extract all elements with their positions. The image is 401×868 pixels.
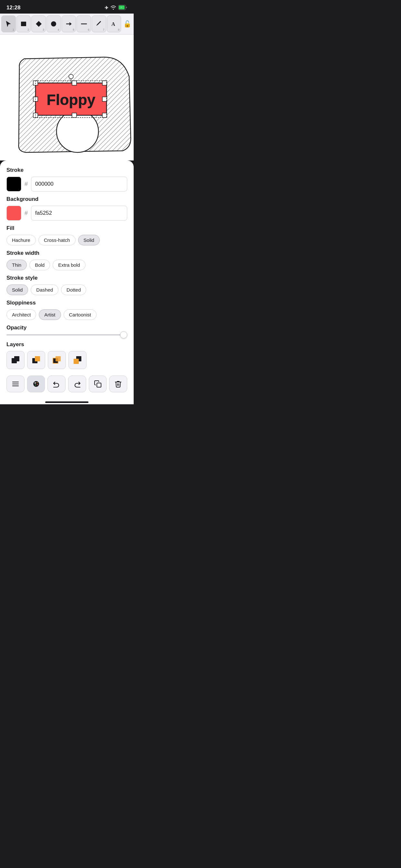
stroke-style-solid[interactable]: Solid (6, 284, 28, 295)
fill-solid[interactable]: Solid (78, 235, 100, 245)
undo-button[interactable] (48, 376, 66, 392)
stroke-width-options: Thin Bold Extra bold (6, 259, 127, 270)
stroke-color-swatch[interactable] (6, 177, 21, 191)
svg-point-19 (69, 74, 73, 79)
sloppiness-label: Sloppiness (6, 300, 127, 306)
tool-num-6: 6 (88, 28, 89, 31)
stroke-style-label: Stroke style (6, 275, 127, 281)
canvas-area[interactable]: Floppy (0, 35, 134, 160)
svg-rect-25 (35, 356, 40, 361)
tool-num-7: 7 (103, 28, 104, 31)
stroke-style-dotted[interactable]: Dotted (61, 284, 86, 295)
svg-point-8 (57, 111, 98, 152)
style-button[interactable] (27, 376, 45, 392)
svg-rect-1 (119, 5, 125, 9)
svg-point-35 (35, 382, 36, 383)
stroke-label: Stroke (6, 167, 127, 174)
status-icons: ✈ (104, 5, 127, 11)
svg-text:Floppy: Floppy (47, 91, 96, 108)
opacity-section: Opacity (6, 324, 127, 336)
svg-rect-39 (97, 383, 101, 387)
status-bar: 12:28 ✈ (0, 0, 134, 13)
status-time: 12:28 (6, 4, 20, 11)
svg-text:A: A (112, 21, 115, 27)
lock-icon: 🔓 (123, 20, 131, 28)
svg-rect-12 (72, 81, 76, 85)
canvas-svg: Floppy (0, 35, 134, 160)
stroke-color-input[interactable] (31, 177, 127, 191)
stroke-thin[interactable]: Thin (6, 259, 27, 270)
battery-icon (118, 5, 127, 11)
copy-button[interactable] (89, 376, 107, 392)
svg-rect-2 (21, 22, 26, 26)
svg-point-3 (51, 21, 56, 27)
fill-crosshatch[interactable]: Cross-hatch (38, 235, 75, 245)
stroke-width-label: Stroke width (6, 250, 127, 256)
svg-point-36 (36, 382, 37, 383)
fill-label: Fill (6, 225, 127, 231)
svg-rect-16 (102, 113, 107, 118)
opacity-slider-fill (6, 334, 121, 336)
menu-button[interactable] (6, 376, 25, 392)
layer-btn-2[interactable] (27, 351, 45, 369)
svg-point-37 (37, 384, 38, 385)
sloppiness-artist[interactable]: Artist (39, 309, 61, 320)
svg-point-34 (33, 381, 39, 387)
lock-button[interactable]: 🔓 (122, 18, 132, 30)
stroke-style-options: Solid Dashed Dotted (6, 284, 127, 295)
tool-num-1: 1 (12, 28, 14, 31)
background-label: Background (6, 196, 127, 203)
stroke-color-row: # (6, 177, 127, 191)
tool-num-5: 5 (73, 28, 74, 31)
layer-icons-row (6, 351, 127, 369)
tool-text[interactable]: A 8 (107, 16, 121, 32)
delete-button[interactable] (109, 376, 127, 392)
svg-point-38 (35, 384, 36, 385)
stroke-style-dashed[interactable]: Dashed (31, 284, 58, 295)
svg-rect-15 (72, 113, 76, 118)
layer-btn-3[interactable] (48, 351, 66, 369)
sloppiness-cartoonist[interactable]: Cartoonist (64, 309, 96, 320)
tool-rectangle[interactable]: 2 (17, 16, 31, 32)
bottom-toolbar (6, 374, 127, 396)
home-indicator (0, 399, 134, 404)
layers-section: Layers (6, 341, 127, 369)
stroke-bold[interactable]: Bold (29, 259, 50, 270)
opacity-label: Opacity (6, 324, 127, 331)
tool-line[interactable]: 6 (76, 16, 91, 32)
redo-button[interactable] (68, 376, 86, 392)
svg-rect-18 (102, 97, 107, 101)
layer-btn-4[interactable] (68, 351, 87, 369)
svg-rect-30 (73, 359, 79, 364)
sloppiness-options: Architect Artist Cartoonist (6, 309, 127, 320)
airplane-icon: ✈ (104, 5, 109, 10)
tool-diamond[interactable]: 3 (31, 16, 46, 32)
properties-panel: Stroke # Background # Fill Hachure Cross… (0, 160, 134, 399)
layers-label: Layers (6, 341, 127, 348)
svg-rect-23 (14, 356, 19, 361)
tool-num-4: 4 (58, 28, 59, 31)
layer-btn-1[interactable] (6, 351, 25, 369)
home-bar (45, 401, 89, 403)
tool-ellipse[interactable]: 4 (47, 16, 61, 32)
opacity-slider-track[interactable] (6, 334, 127, 336)
bg-color-input[interactable] (31, 206, 127, 221)
tool-num-2: 2 (27, 28, 29, 31)
toolbar: 1 2 3 4 5 6 7 A 8 🔓 (0, 13, 134, 35)
bg-color-swatch[interactable] (6, 206, 21, 221)
tool-arrow[interactable]: 5 (62, 16, 76, 32)
sloppiness-architect[interactable]: Architect (6, 309, 36, 320)
tool-num-8: 8 (118, 28, 120, 31)
svg-rect-13 (102, 81, 107, 85)
tool-num-3: 3 (42, 28, 44, 31)
wifi-icon (111, 5, 116, 11)
tool-draw[interactable]: 7 (92, 16, 106, 32)
fill-hachure[interactable]: Hachure (6, 235, 36, 245)
tool-select[interactable]: 1 (1, 16, 16, 32)
stroke-hash: # (25, 181, 28, 188)
fill-options: Hachure Cross-hatch Solid (6, 235, 127, 245)
bg-color-row: # (6, 206, 127, 221)
stroke-extra-bold[interactable]: Extra bold (53, 259, 86, 270)
bg-hash: # (25, 210, 28, 217)
opacity-slider-thumb[interactable] (120, 331, 127, 338)
